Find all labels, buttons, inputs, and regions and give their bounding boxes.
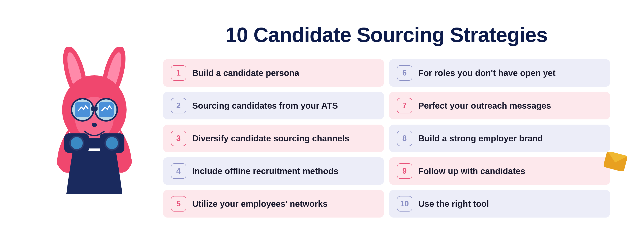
page-title: 10 Candidate Sourcing Strategies <box>163 24 610 46</box>
content-area: 10 Candidate Sourcing Strategies 1Build … <box>154 24 610 217</box>
mascot-illustration <box>43 47 146 194</box>
strategy-text-1: Build a candidate persona <box>192 67 299 79</box>
strategy-number-2: 2 <box>171 98 186 113</box>
svg-point-20 <box>106 137 118 149</box>
svg-point-18 <box>71 137 83 149</box>
strategy-number-7: 7 <box>397 98 412 113</box>
strategy-item-1: 1Build a candidate persona <box>163 59 384 87</box>
strategy-number-8: 8 <box>397 131 412 146</box>
strategy-text-4: Include offline recruitment methods <box>192 165 338 177</box>
strategy-number-6: 6 <box>397 65 412 81</box>
svg-rect-16 <box>86 138 103 148</box>
strategy-text-10: Use the right tool <box>418 198 489 209</box>
mascot-area <box>34 47 154 194</box>
strategy-number-5: 5 <box>171 196 186 211</box>
strategy-number-3: 3 <box>171 131 186 146</box>
strategy-text-9: Follow up with candidates <box>418 165 526 177</box>
strategies-grid: 1Build a candidate persona6For roles you… <box>163 59 610 217</box>
svg-rect-11 <box>99 102 114 117</box>
strategy-number-4: 4 <box>171 163 186 179</box>
strategy-item-8: 8Build a strong employer brand <box>389 125 610 152</box>
strategy-item-7: 7Perfect your outreach messages <box>389 92 610 119</box>
strategy-item-4: 4Include offline recruitment methods <box>163 157 384 185</box>
strategy-item-3: 3Diversify candidate sourcing channels <box>163 125 384 152</box>
svg-rect-12 <box>91 107 98 111</box>
strategy-number-9: 9 <box>397 163 412 179</box>
strategy-text-3: Diversify candidate sourcing channels <box>192 133 350 144</box>
strategy-item-9: 9Follow up with candidates <box>389 157 610 185</box>
svg-point-13 <box>92 123 97 127</box>
strategy-item-2: 2Sourcing candidates from your ATS <box>163 92 384 119</box>
strategy-text-2: Sourcing candidates from your ATS <box>192 100 338 111</box>
strategy-number-10: 10 <box>397 196 412 211</box>
strategy-text-8: Build a strong employer brand <box>418 133 543 144</box>
strategy-item-5: 5Utilize your employees' networks <box>163 190 384 217</box>
strategy-item-10: 10Use the right tool <box>389 190 610 217</box>
svg-rect-10 <box>75 102 90 117</box>
strategy-item-6: 6For roles you don't have open yet <box>389 59 610 87</box>
email-decoration-icon <box>604 152 627 171</box>
strategy-number-1: 1 <box>171 65 186 81</box>
main-container: 10 Candidate Sourcing Strategies 1Build … <box>21 15 623 226</box>
strategy-text-6: For roles you don't have open yet <box>418 67 556 79</box>
strategy-text-7: Perfect your outreach messages <box>418 100 551 111</box>
strategy-text-5: Utilize your employees' networks <box>192 198 328 209</box>
